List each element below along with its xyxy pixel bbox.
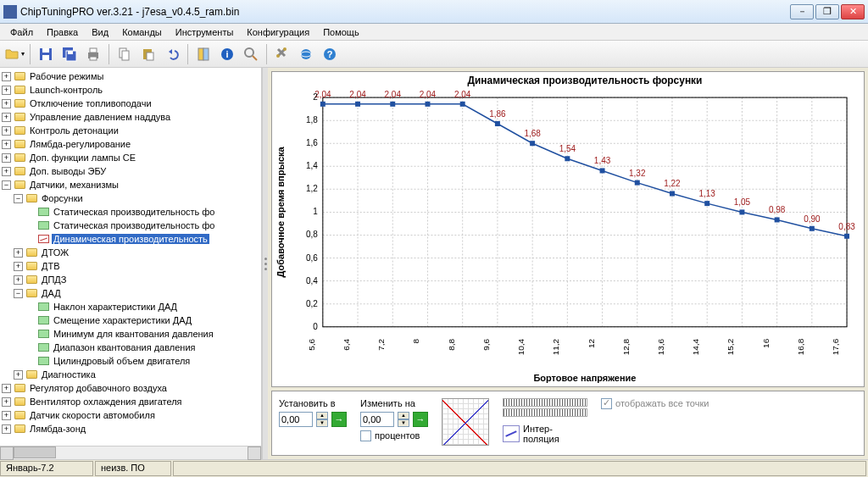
minimize-button[interactable]: － bbox=[790, 4, 814, 19]
network-button[interactable] bbox=[295, 43, 317, 65]
tree-label[interactable]: Лямбда-регулирование bbox=[28, 139, 132, 149]
tree-node[interactable]: −ДАД bbox=[2, 286, 259, 300]
tree-toggle[interactable]: − bbox=[2, 180, 11, 190]
tree-label[interactable]: ДТОЖ bbox=[40, 247, 70, 258]
set-to-go-button[interactable]: → bbox=[331, 412, 347, 427]
tree-node[interactable]: +Лямбда-регулирование bbox=[2, 137, 259, 151]
tree-label[interactable]: ДТВ bbox=[40, 261, 62, 271]
tree-toggle[interactable]: + bbox=[14, 370, 23, 380]
tree-node[interactable]: Диапазон квантования давления bbox=[2, 341, 259, 354]
hscroll-left[interactable] bbox=[0, 446, 14, 460]
tree-label[interactable]: Статическая производительность фо bbox=[52, 207, 217, 217]
tree-label[interactable]: Лямбда-зонд bbox=[28, 424, 87, 434]
tree-node[interactable]: +Вентилятор охлаждения двигателя bbox=[2, 395, 259, 408]
tree-toggle[interactable]: + bbox=[2, 140, 11, 149]
tree-node[interactable]: +Контроль детонации bbox=[2, 124, 259, 137]
tree-toggle[interactable]: + bbox=[2, 126, 11, 136]
tree-label[interactable]: Регулятор добавочного воздуха bbox=[28, 383, 169, 393]
tree-label[interactable]: Launch-контроль bbox=[28, 85, 104, 95]
percent-checkbox[interactable] bbox=[360, 430, 371, 441]
tree-toggle[interactable]: + bbox=[14, 275, 23, 285]
tree-label[interactable]: Диагностика bbox=[40, 369, 97, 380]
tree-label[interactable]: ДАД bbox=[40, 288, 63, 298]
tree-toggle[interactable]: + bbox=[2, 411, 11, 420]
set-to-spinner[interactable]: ▲▼ bbox=[316, 412, 328, 427]
paste-button[interactable] bbox=[137, 43, 159, 65]
copy-button[interactable] bbox=[114, 43, 136, 65]
tree-node[interactable]: −Датчики, механизмы bbox=[2, 178, 259, 191]
tree-toggle[interactable]: + bbox=[2, 397, 11, 407]
tree-toggle[interactable]: + bbox=[2, 153, 11, 163]
tree-node[interactable]: Наклон характеристики ДАД bbox=[2, 300, 259, 313]
tree-node[interactable]: +Launch-контроль bbox=[2, 83, 259, 97]
tree-label[interactable]: Статическая производительность фо bbox=[52, 220, 217, 230]
tree-toggle[interactable]: + bbox=[2, 384, 11, 393]
tree-label[interactable]: Форсунки bbox=[40, 193, 85, 203]
tree-toggle[interactable]: + bbox=[2, 167, 11, 176]
tree-label[interactable]: Наклон характеристики ДАД bbox=[52, 302, 179, 312]
tree-node[interactable]: Статическая производительность фо bbox=[2, 205, 259, 219]
tree-toggle[interactable]: − bbox=[14, 194, 23, 203]
tree-node[interactable]: +ДТОЖ bbox=[2, 246, 259, 259]
tree-toggle[interactable]: + bbox=[2, 424, 11, 434]
open-button[interactable]: ▾ bbox=[3, 43, 25, 65]
change-by-spinner[interactable]: ▲▼ bbox=[398, 412, 409, 427]
tree-toggle[interactable]: + bbox=[14, 248, 23, 258]
tree-node[interactable]: +Лямбда-зонд bbox=[2, 422, 259, 435]
tree-node[interactable]: +Отключение топливоподачи bbox=[2, 97, 259, 110]
tree-node[interactable]: +Рабочие режимы bbox=[2, 69, 259, 83]
tree-label[interactable]: Доп. выводы ЭБУ bbox=[28, 166, 108, 176]
compare-button[interactable] bbox=[192, 43, 214, 65]
tree-node[interactable]: +Доп. выводы ЭБУ bbox=[2, 164, 259, 178]
menu-commands[interactable]: Команды bbox=[115, 25, 169, 39]
tree-node[interactable]: +Управление давлением наддува bbox=[2, 110, 259, 124]
tree-node[interactable]: Статическая производительность фо bbox=[2, 219, 259, 232]
tree-node[interactable]: −Форсунки bbox=[2, 191, 259, 205]
tree-toggle[interactable]: + bbox=[2, 86, 11, 95]
menu-edit[interactable]: Правка bbox=[40, 25, 85, 39]
tree-label[interactable]: Минимум для квантования давления bbox=[52, 329, 215, 339]
tree-node[interactable]: Цилиндровый объем двигателя bbox=[2, 354, 259, 368]
menu-config[interactable]: Конфигурация bbox=[240, 25, 316, 39]
tree-toggle[interactable]: + bbox=[2, 113, 11, 122]
menu-view[interactable]: Вид bbox=[85, 25, 115, 39]
smooth-bar-1[interactable] bbox=[503, 398, 587, 407]
set-to-input[interactable] bbox=[279, 412, 313, 427]
tree-hscroll[interactable] bbox=[0, 446, 261, 459]
close-button[interactable]: ✕ bbox=[841, 4, 865, 19]
save-all-button[interactable] bbox=[58, 43, 81, 65]
tree-label[interactable]: Диапазон квантования давления bbox=[52, 342, 198, 352]
tree-view[interactable]: +Рабочие режимы+Launch-контроль+Отключен… bbox=[0, 68, 261, 446]
tree-label[interactable]: Управление давлением наддува bbox=[28, 112, 172, 122]
tree-toggle[interactable]: + bbox=[2, 72, 11, 81]
tree-label[interactable]: Контроль детонации bbox=[28, 125, 120, 136]
tree-label[interactable]: Отключение топливоподачи bbox=[28, 98, 153, 108]
hscroll-thumb[interactable] bbox=[14, 446, 56, 458]
interpolation-icon[interactable] bbox=[503, 425, 520, 442]
tree-label[interactable]: Доп. функции лампы CE bbox=[28, 153, 137, 163]
change-by-input[interactable] bbox=[360, 412, 394, 427]
menu-help[interactable]: Помощь bbox=[316, 25, 366, 39]
tree-label[interactable]: ДПДЗ bbox=[40, 275, 68, 285]
tree-label[interactable]: Вентилятор охлаждения двигателя bbox=[28, 397, 184, 407]
info-button[interactable]: i bbox=[216, 43, 238, 65]
undo-button[interactable] bbox=[161, 43, 183, 65]
tree-toggle[interactable]: + bbox=[14, 262, 23, 271]
tree-node[interactable]: +Регулятор добавочного воздуха bbox=[2, 381, 259, 395]
change-by-go-button[interactable]: → bbox=[413, 412, 428, 427]
settings-button[interactable] bbox=[271, 43, 293, 65]
tree-toggle[interactable]: + bbox=[2, 99, 11, 108]
tree-label[interactable]: Смещение характеристики ДАД bbox=[52, 315, 193, 325]
tree-label[interactable]: Рабочие режимы bbox=[28, 71, 105, 81]
mini-grid-preview[interactable] bbox=[442, 398, 489, 446]
tree-node[interactable]: +Датчик скорости автомобиля bbox=[2, 408, 259, 422]
tree-node[interactable]: +Диагностика bbox=[2, 368, 259, 381]
tree-node[interactable]: Смещение характеристики ДАД bbox=[2, 313, 259, 327]
tree-toggle[interactable]: − bbox=[14, 289, 23, 298]
tree-node[interactable]: +ДПДЗ bbox=[2, 273, 259, 286]
search-button[interactable] bbox=[240, 43, 262, 65]
help-button[interactable]: ? bbox=[319, 43, 341, 65]
tree-node[interactable]: +Доп. функции лампы CE bbox=[2, 151, 259, 164]
smooth-bar-2[interactable] bbox=[503, 408, 587, 417]
tree-node[interactable]: +ДТВ bbox=[2, 259, 259, 273]
